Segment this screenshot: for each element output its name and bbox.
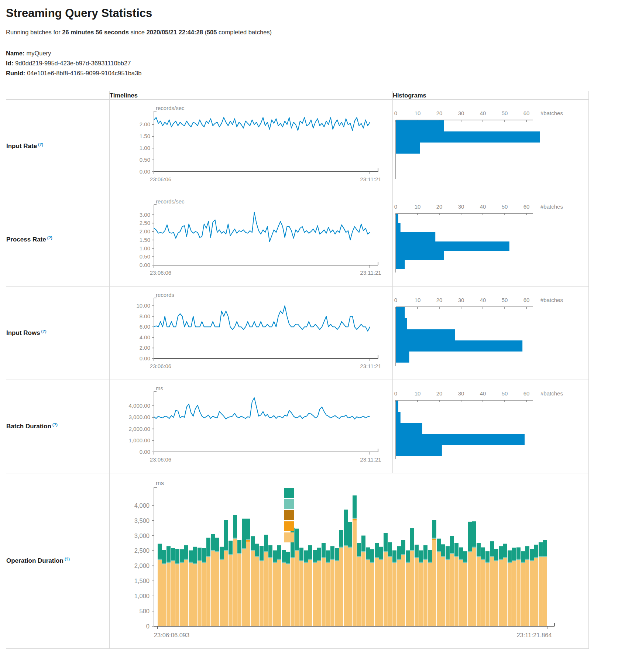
svg-text:1.00: 1.00	[140, 245, 150, 251]
stacked-bar-segment	[335, 560, 339, 562]
header-histograms: Histograms	[393, 91, 589, 100]
svg-text:#batches: #batches	[540, 390, 563, 397]
stacked-bar-segment	[419, 563, 423, 626]
svg-text:4,000: 4,000	[134, 502, 150, 509]
stacked-bar-segment	[171, 548, 175, 560]
stacked-bar-segment	[260, 546, 264, 560]
stacked-bar-segment	[361, 552, 365, 627]
svg-text:23:11:21: 23:11:21	[360, 363, 381, 369]
stacked-bar-segment	[410, 550, 414, 551]
help-icon[interactable]: (?)	[65, 557, 70, 561]
table-row: Process Rate(?) records/sec0.000.501.001…	[6, 193, 589, 287]
svg-text:1,000.00: 1,000.00	[129, 437, 150, 443]
stacked-bar-segment	[384, 552, 388, 627]
stacked-bar-segment	[428, 562, 432, 563]
stacked-bar-segment	[322, 558, 326, 626]
row-label-input-rows: Input Rows	[6, 330, 40, 337]
stacked-bar-segment	[330, 560, 334, 626]
stacked-bar-segment	[339, 548, 343, 626]
stacked-bar-segment	[494, 560, 498, 562]
stacked-bar-segment	[291, 528, 295, 557]
stacked-bar-segment	[361, 536, 365, 552]
stacked-bar-segment	[282, 562, 286, 563]
run-start-time: 2020/05/21 22:44:28	[147, 29, 203, 35]
help-icon[interactable]: (?)	[41, 329, 47, 333]
stacked-bar-segment	[246, 542, 250, 626]
stacked-bar-segment	[233, 515, 237, 538]
stacked-bar-segment	[357, 543, 361, 556]
svg-text:50: 50	[502, 390, 508, 397]
svg-text:records: records	[156, 292, 174, 298]
histogram-bar	[396, 423, 422, 434]
svg-text:#batches: #batches	[540, 203, 563, 210]
stacked-bar-segment	[454, 556, 459, 557]
timeline-line	[154, 212, 370, 242]
svg-text:30: 30	[458, 203, 464, 210]
stacked-bar-segment	[468, 522, 472, 551]
stacked-bar-segment	[229, 555, 233, 626]
stacked-bar-segment	[539, 556, 543, 557]
stacked-bar-segment	[202, 562, 206, 563]
stacked-bar-segment	[158, 544, 162, 559]
query-id-value: 9d0dd219-995d-423e-b97d-36931110bb27	[15, 60, 131, 66]
stacked-bar-segment	[322, 558, 326, 559]
stacked-bar-segment	[202, 548, 206, 562]
svg-text:3,000: 3,000	[134, 532, 150, 539]
stacked-bar-segment	[198, 560, 202, 562]
stacked-bar-segment	[415, 558, 419, 559]
help-icon[interactable]: (?)	[52, 422, 58, 427]
stacked-bar-segment	[437, 552, 441, 627]
stacked-bar-segment	[220, 559, 224, 560]
stacked-bar-segment	[450, 554, 454, 626]
stacked-bar-segment	[388, 557, 392, 626]
svg-text:2.00: 2.00	[140, 121, 150, 127]
stacked-bar-segment	[348, 548, 352, 626]
completed-batches-count: 505	[207, 29, 217, 35]
stacked-bar-segment	[415, 545, 419, 557]
stacked-bar-segment	[282, 563, 286, 626]
stacked-bar-segment	[357, 556, 361, 557]
stacked-bar-segment	[166, 546, 171, 562]
stacked-bar-segment	[166, 562, 171, 563]
stacked-bar-segment	[317, 561, 321, 626]
svg-text:23:06:06: 23:06:06	[150, 363, 171, 369]
stacked-bar-segment	[229, 554, 233, 555]
stacked-bar-segment	[353, 519, 357, 521]
stacked-bar-segment	[499, 559, 503, 560]
svg-text:1.50: 1.50	[140, 133, 150, 139]
stacked-bar-segment	[530, 560, 534, 562]
header-empty-cell	[6, 91, 110, 100]
stacked-bar-segment	[423, 545, 427, 559]
stacked-bar-segment	[268, 558, 272, 626]
batch-duration-timeline-chart: ms0.001,000.002,000.003,000.004,000.0023…	[110, 380, 392, 473]
stacked-bar-segment	[242, 548, 246, 549]
histogram-bar	[396, 445, 442, 456]
svg-text:0.00: 0.00	[140, 449, 150, 455]
run-duration: 26 minutes 56 seconds	[62, 29, 129, 35]
histogram-bar	[396, 318, 407, 329]
stacked-bar-segment	[375, 558, 379, 626]
stacked-bar-segment	[224, 520, 228, 550]
stacked-bar-segment	[291, 558, 295, 626]
timeline-cell: ms0.001,000.002,000.003,000.004,000.0023…	[110, 380, 393, 473]
stacked-bar-segment	[384, 551, 388, 552]
help-icon[interactable]: (?)	[47, 236, 52, 240]
histogram-cell: 0102030405060#batches	[393, 193, 589, 287]
stacked-bar-segment	[211, 550, 215, 551]
stacked-bar-segment	[286, 552, 290, 563]
stacked-bar-segment	[419, 562, 423, 563]
stacked-bar-segment	[441, 544, 445, 556]
stacked-bar-segment	[348, 547, 352, 548]
stacked-bar-segment	[379, 559, 383, 560]
stacked-bar-segment	[512, 561, 516, 626]
stacked-bar-segment	[481, 560, 485, 626]
svg-text:500: 500	[139, 608, 150, 614]
header-timelines: Timelines	[110, 91, 393, 100]
svg-text:50: 50	[502, 110, 508, 116]
stacked-bar-segment	[525, 560, 529, 626]
stacked-bar-segment	[419, 551, 423, 562]
help-icon[interactable]: (?)	[38, 142, 43, 147]
svg-text:3,000.00: 3,000.00	[129, 414, 150, 420]
stacked-bar-segment	[255, 557, 259, 626]
svg-text:3.00: 3.00	[140, 212, 150, 218]
